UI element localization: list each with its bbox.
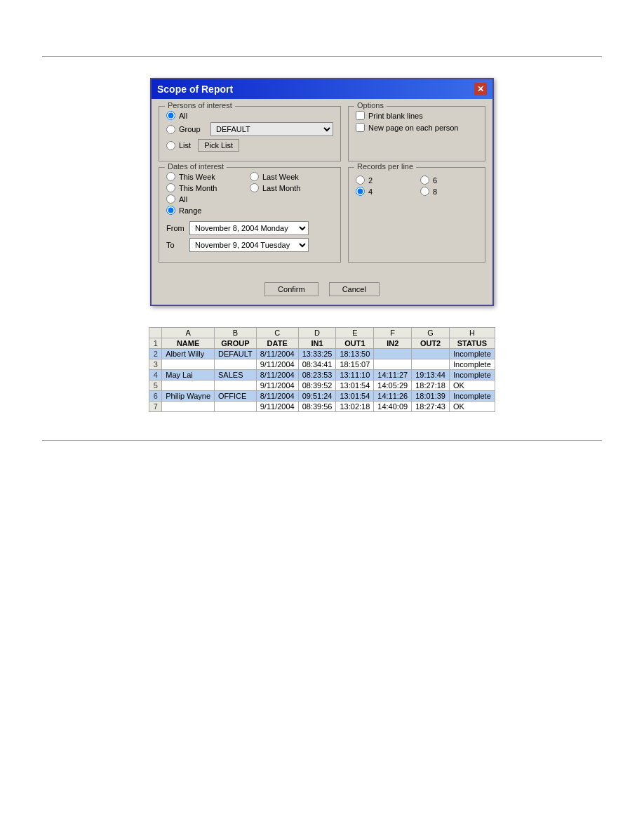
range-radio[interactable] xyxy=(166,206,175,215)
table-cell: 18:27:43 xyxy=(412,402,450,412)
records-6-row: 6 xyxy=(420,176,478,185)
table-cell: Incomplete xyxy=(449,349,495,359)
table-cell: 13:01:54 xyxy=(336,391,374,402)
dates-col-right: Last Week Last Month xyxy=(250,172,333,217)
dialog-body: Persons of interest All Group DEFAULT xyxy=(152,99,492,275)
records-4-radio[interactable] xyxy=(356,187,365,196)
from-label: From xyxy=(166,224,186,232)
print-blank-lines-row: Print blank lines xyxy=(356,111,478,120)
col-header-e: E xyxy=(336,328,374,338)
this-week-radio[interactable] xyxy=(166,172,175,181)
table-cell: 18:01:39 xyxy=(412,391,450,402)
records-2-label: 2 xyxy=(368,176,373,185)
table-cell xyxy=(162,380,215,391)
records-col-left: 2 4 xyxy=(356,176,413,198)
table-cell: Albert Willy xyxy=(162,349,215,359)
this-month-row: This Month xyxy=(166,183,250,192)
row-number: 3 xyxy=(149,359,162,370)
last-week-label: Last Week xyxy=(262,173,299,181)
top-rule xyxy=(42,56,602,57)
persons-all-label: All xyxy=(179,112,187,120)
row-number: 5 xyxy=(149,380,162,391)
table-cell: 14:40:09 xyxy=(374,402,412,412)
table-cell: 9/11/2004 xyxy=(256,359,298,370)
col-header-b: B xyxy=(215,328,257,338)
dialog-titlebar: Scope of Report ✕ xyxy=(152,79,492,99)
table-cell: 14:11:27 xyxy=(374,370,412,380)
last-week-row: Last Week xyxy=(250,172,333,181)
from-row: From November 8, 2004 Monday xyxy=(166,221,333,235)
table-cell: OK xyxy=(449,380,495,391)
table-cell xyxy=(374,359,412,370)
table-row: 1NAMEGROUPDATEIN1OUT1IN2OUT2STATUS xyxy=(149,338,495,349)
new-page-label: New page on each person xyxy=(368,124,458,132)
col-header-empty xyxy=(149,328,162,338)
table-cell: 8/11/2004 xyxy=(256,391,298,402)
table-cell: 18:27:18 xyxy=(412,380,450,391)
row-number: 7 xyxy=(149,402,162,412)
scope-of-report-dialog: Scope of Report ✕ Persons of interest Al… xyxy=(150,78,494,306)
last-month-radio[interactable] xyxy=(250,183,259,192)
records-8-label: 8 xyxy=(433,187,437,196)
table-row: 2Albert WillyDEFAULT8/11/200413:33:2518:… xyxy=(149,349,495,359)
records-cols: 2 4 6 xyxy=(356,176,478,198)
persons-all-row: All xyxy=(166,111,333,120)
dates-group-title: Dates of interest xyxy=(165,162,227,171)
new-page-checkbox[interactable] xyxy=(356,123,365,132)
table-cell: 18:13:50 xyxy=(336,349,374,359)
table-cell: 08:23:53 xyxy=(298,370,336,380)
table-cell: 08:34:41 xyxy=(298,359,336,370)
persons-list-label: List xyxy=(179,141,191,150)
bottom-row: Dates of interest This Week This Month xyxy=(159,167,485,268)
table-cell xyxy=(162,402,215,412)
table-cell xyxy=(215,359,257,370)
print-blank-lines-checkbox[interactable] xyxy=(356,111,365,120)
persons-all-radio[interactable] xyxy=(166,111,175,120)
records-group: Records per line 2 4 xyxy=(348,167,485,263)
col-header-g: G xyxy=(412,328,450,338)
table-cell: May Lai xyxy=(162,370,215,380)
spreadsheet-table: A B C D E F G H 1NAMEGROUPDATEIN1OUT1IN2… xyxy=(149,327,495,412)
table-row: 59/11/200408:39:5213:01:5414:05:2918:27:… xyxy=(149,380,495,391)
to-label: To xyxy=(166,241,186,249)
table-cell: NAME xyxy=(162,338,215,349)
records-col-right: 6 8 xyxy=(420,176,478,198)
persons-group-radio[interactable] xyxy=(166,125,175,134)
confirm-button[interactable]: Confirm xyxy=(264,282,318,296)
persons-group: Persons of interest All Group DEFAULT xyxy=(159,106,341,161)
table-cell: 8/11/2004 xyxy=(256,370,298,380)
persons-list-radio[interactable] xyxy=(166,141,175,150)
all-dates-radio[interactable] xyxy=(166,194,175,204)
table-cell: OFFICE xyxy=(215,391,257,402)
table-cell: 9/11/2004 xyxy=(256,402,298,412)
table-cell xyxy=(215,380,257,391)
col-header-d: D xyxy=(298,328,336,338)
table-cell xyxy=(412,349,450,359)
col-header-f: F xyxy=(374,328,412,338)
table-cell: OK xyxy=(449,402,495,412)
to-dropdown[interactable]: November 9, 2004 Tuesday xyxy=(189,238,309,252)
pick-list-button[interactable]: Pick List xyxy=(198,139,239,152)
from-dropdown[interactable]: November 8, 2004 Monday xyxy=(189,221,309,235)
col-header-h: H xyxy=(449,328,495,338)
dates-group: Dates of interest This Week This Month xyxy=(159,167,341,263)
table-cell: DATE xyxy=(256,338,298,349)
table-cell: SALES xyxy=(215,370,257,380)
dialog-close-button[interactable]: ✕ xyxy=(474,83,487,95)
row-number: 1 xyxy=(149,338,162,349)
all-dates-row: All xyxy=(166,194,250,204)
range-row: Range xyxy=(166,206,250,215)
records-8-radio[interactable] xyxy=(420,187,429,196)
row-number: 6 xyxy=(149,391,162,402)
last-week-radio[interactable] xyxy=(250,172,259,181)
last-month-label: Last Month xyxy=(262,184,300,192)
cancel-button[interactable]: Cancel xyxy=(329,282,380,296)
records-6-radio[interactable] xyxy=(420,176,429,185)
this-month-radio[interactable] xyxy=(166,183,175,192)
table-cell: 09:51:24 xyxy=(298,391,336,402)
table-cell: 14:05:29 xyxy=(374,380,412,391)
records-2-radio[interactable] xyxy=(356,176,365,185)
top-row: Persons of interest All Group DEFAULT xyxy=(159,106,485,167)
table-cell xyxy=(215,402,257,412)
group-dropdown[interactable]: DEFAULT xyxy=(210,122,333,136)
